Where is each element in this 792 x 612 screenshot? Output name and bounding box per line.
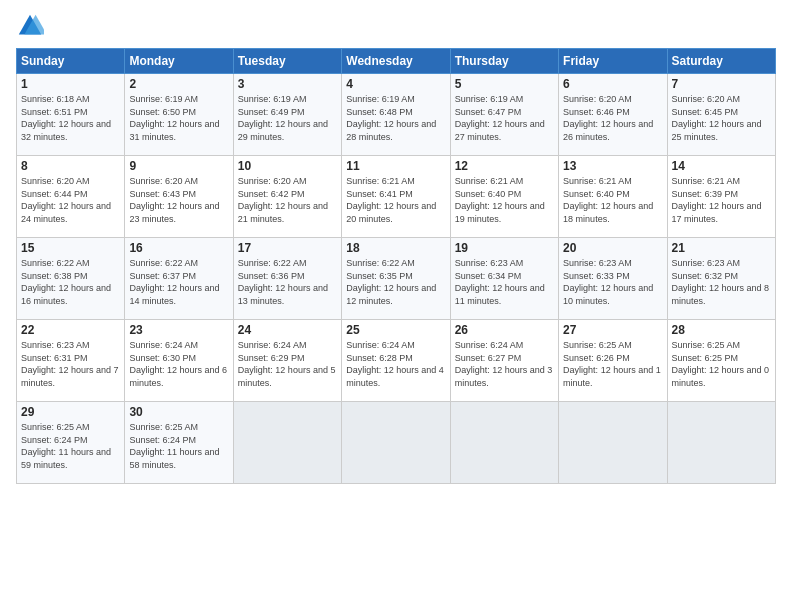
day-number: 18	[346, 241, 445, 255]
day-number: 24	[238, 323, 337, 337]
calendar-cell: 23Sunrise: 6:24 AMSunset: 6:30 PMDayligh…	[125, 320, 233, 402]
day-info: Sunrise: 6:23 AMSunset: 6:31 PMDaylight:…	[21, 339, 120, 389]
calendar-cell: 8Sunrise: 6:20 AMSunset: 6:44 PMDaylight…	[17, 156, 125, 238]
calendar-cell: 24Sunrise: 6:24 AMSunset: 6:29 PMDayligh…	[233, 320, 341, 402]
day-number: 13	[563, 159, 662, 173]
day-number: 21	[672, 241, 771, 255]
day-number: 11	[346, 159, 445, 173]
calendar-cell: 11Sunrise: 6:21 AMSunset: 6:41 PMDayligh…	[342, 156, 450, 238]
calendar-cell: 26Sunrise: 6:24 AMSunset: 6:27 PMDayligh…	[450, 320, 558, 402]
day-info: Sunrise: 6:19 AMSunset: 6:48 PMDaylight:…	[346, 93, 445, 143]
day-number: 25	[346, 323, 445, 337]
day-info: Sunrise: 6:22 AMSunset: 6:37 PMDaylight:…	[129, 257, 228, 307]
day-number: 6	[563, 77, 662, 91]
day-number: 1	[21, 77, 120, 91]
day-number: 10	[238, 159, 337, 173]
day-header-thursday: Thursday	[450, 49, 558, 74]
week-row-5: 29Sunrise: 6:25 AMSunset: 6:24 PMDayligh…	[17, 402, 776, 484]
day-number: 9	[129, 159, 228, 173]
day-info: Sunrise: 6:25 AMSunset: 6:24 PMDaylight:…	[129, 421, 228, 471]
calendar-cell: 18Sunrise: 6:22 AMSunset: 6:35 PMDayligh…	[342, 238, 450, 320]
day-number: 4	[346, 77, 445, 91]
calendar-cell: 4Sunrise: 6:19 AMSunset: 6:48 PMDaylight…	[342, 74, 450, 156]
day-number: 28	[672, 323, 771, 337]
day-info: Sunrise: 6:23 AMSunset: 6:32 PMDaylight:…	[672, 257, 771, 307]
day-info: Sunrise: 6:24 AMSunset: 6:28 PMDaylight:…	[346, 339, 445, 389]
day-info: Sunrise: 6:24 AMSunset: 6:30 PMDaylight:…	[129, 339, 228, 389]
logo-icon	[16, 12, 44, 40]
day-info: Sunrise: 6:25 AMSunset: 6:26 PMDaylight:…	[563, 339, 662, 389]
calendar-cell: 12Sunrise: 6:21 AMSunset: 6:40 PMDayligh…	[450, 156, 558, 238]
day-info: Sunrise: 6:21 AMSunset: 6:41 PMDaylight:…	[346, 175, 445, 225]
day-info: Sunrise: 6:25 AMSunset: 6:25 PMDaylight:…	[672, 339, 771, 389]
day-number: 19	[455, 241, 554, 255]
calendar-cell: 17Sunrise: 6:22 AMSunset: 6:36 PMDayligh…	[233, 238, 341, 320]
day-number: 30	[129, 405, 228, 419]
calendar-cell: 27Sunrise: 6:25 AMSunset: 6:26 PMDayligh…	[559, 320, 667, 402]
day-number: 8	[21, 159, 120, 173]
calendar-cell	[450, 402, 558, 484]
day-header-monday: Monday	[125, 49, 233, 74]
day-header-friday: Friday	[559, 49, 667, 74]
calendar-cell: 25Sunrise: 6:24 AMSunset: 6:28 PMDayligh…	[342, 320, 450, 402]
day-info: Sunrise: 6:23 AMSunset: 6:33 PMDaylight:…	[563, 257, 662, 307]
calendar-cell	[233, 402, 341, 484]
day-info: Sunrise: 6:20 AMSunset: 6:46 PMDaylight:…	[563, 93, 662, 143]
calendar-cell: 14Sunrise: 6:21 AMSunset: 6:39 PMDayligh…	[667, 156, 775, 238]
day-info: Sunrise: 6:20 AMSunset: 6:44 PMDaylight:…	[21, 175, 120, 225]
day-header-tuesday: Tuesday	[233, 49, 341, 74]
day-info: Sunrise: 6:24 AMSunset: 6:29 PMDaylight:…	[238, 339, 337, 389]
day-info: Sunrise: 6:20 AMSunset: 6:43 PMDaylight:…	[129, 175, 228, 225]
day-header-saturday: Saturday	[667, 49, 775, 74]
day-number: 15	[21, 241, 120, 255]
day-info: Sunrise: 6:25 AMSunset: 6:24 PMDaylight:…	[21, 421, 120, 471]
week-row-1: 1Sunrise: 6:18 AMSunset: 6:51 PMDaylight…	[17, 74, 776, 156]
calendar-cell: 30Sunrise: 6:25 AMSunset: 6:24 PMDayligh…	[125, 402, 233, 484]
day-info: Sunrise: 6:19 AMSunset: 6:49 PMDaylight:…	[238, 93, 337, 143]
day-number: 3	[238, 77, 337, 91]
calendar-cell: 9Sunrise: 6:20 AMSunset: 6:43 PMDaylight…	[125, 156, 233, 238]
calendar-cell: 19Sunrise: 6:23 AMSunset: 6:34 PMDayligh…	[450, 238, 558, 320]
day-info: Sunrise: 6:21 AMSunset: 6:40 PMDaylight:…	[455, 175, 554, 225]
day-info: Sunrise: 6:18 AMSunset: 6:51 PMDaylight:…	[21, 93, 120, 143]
page: SundayMondayTuesdayWednesdayThursdayFrid…	[0, 0, 792, 612]
day-info: Sunrise: 6:22 AMSunset: 6:38 PMDaylight:…	[21, 257, 120, 307]
calendar-cell: 20Sunrise: 6:23 AMSunset: 6:33 PMDayligh…	[559, 238, 667, 320]
day-info: Sunrise: 6:19 AMSunset: 6:50 PMDaylight:…	[129, 93, 228, 143]
calendar-cell: 16Sunrise: 6:22 AMSunset: 6:37 PMDayligh…	[125, 238, 233, 320]
calendar-cell: 13Sunrise: 6:21 AMSunset: 6:40 PMDayligh…	[559, 156, 667, 238]
day-info: Sunrise: 6:19 AMSunset: 6:47 PMDaylight:…	[455, 93, 554, 143]
calendar-cell: 15Sunrise: 6:22 AMSunset: 6:38 PMDayligh…	[17, 238, 125, 320]
calendar-cell	[559, 402, 667, 484]
calendar-cell	[342, 402, 450, 484]
day-number: 27	[563, 323, 662, 337]
day-number: 2	[129, 77, 228, 91]
calendar-cell: 2Sunrise: 6:19 AMSunset: 6:50 PMDaylight…	[125, 74, 233, 156]
week-row-3: 15Sunrise: 6:22 AMSunset: 6:38 PMDayligh…	[17, 238, 776, 320]
calendar-table: SundayMondayTuesdayWednesdayThursdayFrid…	[16, 48, 776, 484]
calendar-cell: 21Sunrise: 6:23 AMSunset: 6:32 PMDayligh…	[667, 238, 775, 320]
calendar-cell: 7Sunrise: 6:20 AMSunset: 6:45 PMDaylight…	[667, 74, 775, 156]
day-number: 12	[455, 159, 554, 173]
calendar-cell: 10Sunrise: 6:20 AMSunset: 6:42 PMDayligh…	[233, 156, 341, 238]
day-header-wednesday: Wednesday	[342, 49, 450, 74]
calendar-cell: 29Sunrise: 6:25 AMSunset: 6:24 PMDayligh…	[17, 402, 125, 484]
day-header-sunday: Sunday	[17, 49, 125, 74]
day-info: Sunrise: 6:20 AMSunset: 6:45 PMDaylight:…	[672, 93, 771, 143]
calendar-cell: 5Sunrise: 6:19 AMSunset: 6:47 PMDaylight…	[450, 74, 558, 156]
day-number: 5	[455, 77, 554, 91]
day-number: 29	[21, 405, 120, 419]
day-info: Sunrise: 6:23 AMSunset: 6:34 PMDaylight:…	[455, 257, 554, 307]
calendar-cell: 28Sunrise: 6:25 AMSunset: 6:25 PMDayligh…	[667, 320, 775, 402]
logo	[16, 12, 48, 40]
week-row-4: 22Sunrise: 6:23 AMSunset: 6:31 PMDayligh…	[17, 320, 776, 402]
day-number: 23	[129, 323, 228, 337]
day-number: 20	[563, 241, 662, 255]
calendar-cell	[667, 402, 775, 484]
day-info: Sunrise: 6:22 AMSunset: 6:35 PMDaylight:…	[346, 257, 445, 307]
day-number: 7	[672, 77, 771, 91]
day-number: 17	[238, 241, 337, 255]
day-info: Sunrise: 6:21 AMSunset: 6:40 PMDaylight:…	[563, 175, 662, 225]
header	[16, 12, 776, 40]
calendar-cell: 6Sunrise: 6:20 AMSunset: 6:46 PMDaylight…	[559, 74, 667, 156]
